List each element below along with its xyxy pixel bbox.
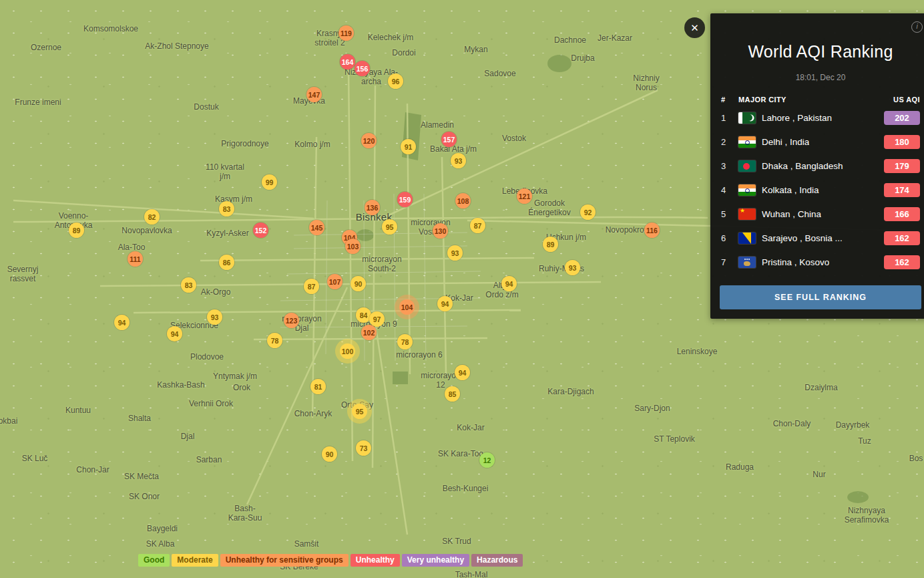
ranking-row[interactable]: 7 Pristina , Kosovo 162: [720, 251, 921, 275]
aqi-station-marker[interactable]: 121: [517, 188, 532, 204]
aqi-station-marker[interactable]: 78: [397, 334, 413, 349]
aqi-station-marker[interactable]: 116: [644, 223, 660, 238]
map-place-label: Tash-Mal: [455, 571, 488, 578]
ranking-row[interactable]: 5 Wuhan , China 166: [720, 202, 921, 227]
map-place-label: Nur: [813, 470, 825, 480]
aqi-station-marker[interactable]: 164: [340, 54, 355, 69]
aqi-station-marker[interactable]: 97: [369, 311, 385, 327]
see-full-ranking-button[interactable]: SEE FULL RANKING: [720, 285, 921, 309]
map-place-label: Kuntuu: [65, 406, 91, 416]
aqi-station-marker[interactable]: 152: [253, 223, 268, 238]
flag-bd-icon: [738, 160, 756, 172]
aqi-station-marker[interactable]: 108: [455, 193, 471, 208]
aqi-station-marker[interactable]: 87: [470, 218, 485, 233]
map-place-label: Tuz: [858, 437, 871, 446]
map-place-label: Raduga: [726, 463, 754, 472]
aqi-station-marker[interactable]: 92: [580, 204, 596, 220]
aqi-station-marker[interactable]: 83: [181, 277, 196, 293]
aqi-station-marker[interactable]: 82: [144, 209, 160, 225]
map-place-label: Baygeldi: [147, 525, 178, 534]
aqi-station-marker[interactable]: 119: [338, 25, 354, 41]
flag-ba-icon: [738, 233, 756, 244]
legend-chip: Hazardous: [471, 554, 523, 567]
aqi-station-marker[interactable]: 89: [543, 237, 558, 252]
map-place-label: microrayon South-2: [362, 255, 401, 274]
close-panel-button[interactable]: ✕: [684, 17, 705, 38]
aqi-station-marker[interactable]: 94: [167, 326, 182, 341]
aqi-station-marker[interactable]: 94: [114, 315, 130, 330]
aqi-station-marker[interactable]: 120: [361, 133, 377, 148]
aqi-station-marker[interactable]: 93: [207, 309, 222, 325]
rank-number: 7: [721, 257, 738, 267]
map-place-label: Ala-Too: [118, 243, 146, 253]
aqi-badge: 162: [884, 255, 920, 269]
info-icon[interactable]: i: [911, 21, 923, 33]
map-place-label: Samšit: [294, 540, 319, 549]
aqi-station-marker[interactable]: 107: [327, 274, 342, 289]
panel-title: World AQI Ranking: [720, 42, 921, 61]
aqi-station-marker[interactable]: 147: [306, 87, 322, 102]
aqi-station-marker[interactable]: 91: [401, 139, 416, 154]
aqi-station-marker[interactable]: 78: [267, 333, 282, 348]
aqi-station-marker[interactable]: 145: [309, 220, 324, 235]
aqi-station-marker[interactable]: 103: [345, 239, 361, 254]
aqi-station-marker[interactable]: 94: [437, 296, 453, 311]
aqi-station-marker[interactable]: 90: [322, 446, 337, 462]
map-place-label: Jer-Kazar: [598, 34, 632, 43]
map-place-label: SK Luč: [22, 454, 48, 464]
map-place-label: Yntymak j/m: [213, 372, 257, 382]
aqi-station-marker[interactable]: 95: [382, 219, 397, 235]
map-place-label: Prigorodnoye: [221, 140, 268, 149]
aqi-station-marker[interactable]: 87: [304, 279, 319, 294]
aqi-station-marker[interactable]: 93: [447, 245, 463, 261]
aqi-station-marker[interactable]: 94: [455, 365, 470, 380]
flag-xk-icon: [738, 257, 756, 268]
aqi-station-marker[interactable]: 111: [128, 251, 143, 267]
map-place-label: ST Teplovik: [654, 435, 695, 444]
legend-chip: Very unhealthy: [402, 554, 469, 567]
aqi-station-marker[interactable]: 93: [565, 260, 580, 275]
ranking-row[interactable]: 1 Lahore , Pakistan 202: [720, 106, 921, 130]
ranking-row[interactable]: 6 Sarajevo , Bosnia ... 162: [720, 227, 921, 251]
aqi-station-marker[interactable]: 157: [441, 132, 457, 147]
ranking-row[interactable]: 3 Dhaka , Bangladesh 179: [720, 154, 921, 178]
aqi-station-marker[interactable]: 96: [388, 74, 403, 89]
aqi-station-marker[interactable]: 83: [219, 201, 234, 216]
aqi-station-marker[interactable]: 93: [451, 153, 466, 168]
aqi-station-marker[interactable]: 73: [356, 440, 371, 456]
flag-pk-icon: [738, 112, 756, 124]
map-place-label: SK Trud: [442, 537, 471, 547]
aqi-station-marker[interactable]: 89: [69, 223, 84, 238]
map-place-label: Kyzyl-Asker: [206, 229, 248, 239]
aqi-station-marker[interactable]: 12: [479, 452, 495, 468]
flag-in-icon: [738, 184, 756, 196]
ranking-row[interactable]: 4 Kolkata , India 174: [720, 178, 921, 202]
rank-number: 1: [721, 113, 738, 123]
aqi-station-marker[interactable]: 104: [399, 299, 415, 315]
aqi-station-marker[interactable]: 130: [433, 223, 448, 239]
aqi-station-marker[interactable]: 136: [365, 200, 380, 215]
aqi-badge: 202: [884, 111, 920, 125]
aqi-station-marker[interactable]: 85: [445, 386, 460, 402]
aqi-station-marker[interactable]: 99: [262, 174, 277, 190]
aqi-station-marker[interactable]: 86: [219, 255, 234, 270]
map-place-label: Leninskoye: [677, 347, 718, 357]
aqi-station-marker[interactable]: 94: [501, 276, 517, 291]
map-place-label: Verhnii Orok: [189, 400, 233, 409]
aqi-station-marker[interactable]: 81: [310, 379, 326, 394]
aqi-station-marker[interactable]: 90: [351, 276, 366, 291]
map-place-label: Shalta: [128, 414, 151, 424]
aqi-station-marker[interactable]: 159: [397, 192, 413, 207]
aqi-legend: GoodModerateUnhealthy for sensitive grou…: [138, 554, 523, 567]
map-place-label: SK Mečta: [124, 472, 159, 482]
map-place-label: Chon-Daly: [773, 420, 811, 429]
map-place-label: Sadovoe: [484, 69, 515, 79]
aqi-station-marker[interactable]: 95: [352, 404, 367, 419]
map-place-label: Drujba: [571, 54, 594, 63]
map-place-label: SK Onor: [129, 492, 160, 502]
aqi-station-marker[interactable]: 102: [361, 325, 377, 340]
aqi-station-marker[interactable]: 100: [340, 343, 355, 359]
aqi-station-marker[interactable]: 123: [284, 313, 299, 328]
ranking-row[interactable]: 2 Delhi , India 180: [720, 130, 921, 154]
aqi-station-marker[interactable]: 156: [355, 61, 370, 76]
